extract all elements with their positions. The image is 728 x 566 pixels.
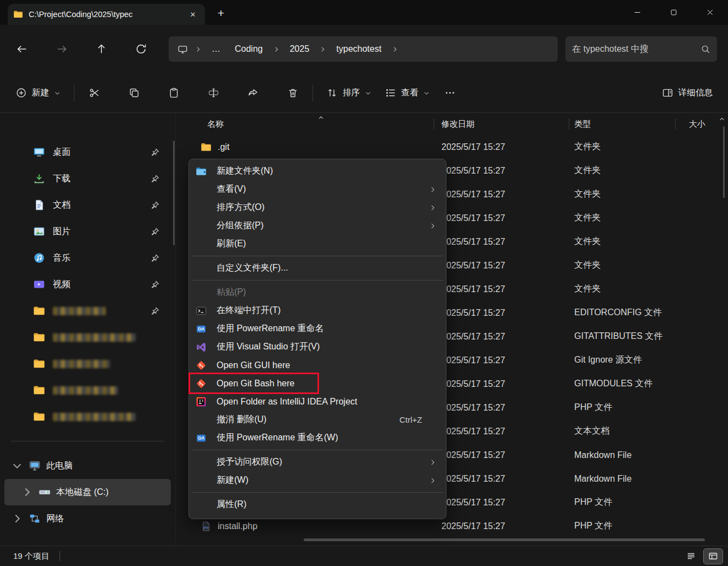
forward-button[interactable]: [48, 36, 75, 62]
file-type: Git Ignore 源文件: [569, 354, 676, 366]
back-button[interactable]: [9, 36, 35, 62]
breadcrumb-item[interactable]: typechotest: [330, 41, 388, 57]
scrollbar-up-icon[interactable]: [718, 115, 726, 123]
paste-button[interactable]: [160, 80, 187, 106]
sidebar-item[interactable]: 音乐: [4, 245, 171, 271]
list-view-icon: [686, 551, 696, 561]
icon-spacer: [196, 457, 207, 468]
menu-item[interactable]: 粘贴(P): [192, 283, 443, 301]
rename-button[interactable]: [200, 80, 227, 106]
close-button[interactable]: [692, 0, 728, 25]
menu-item[interactable]: 撤消 删除(U)Ctrl+Z: [192, 411, 443, 429]
icon-spacer: [196, 475, 207, 486]
menu-item[interactable]: 新建(W): [192, 471, 443, 489]
sidebar-item[interactable]: 图片: [4, 218, 171, 245]
copy-button[interactable]: [121, 80, 147, 106]
menu-item[interactable]: 排序方式(O): [192, 198, 443, 217]
vertical-scrollbar[interactable]: [723, 126, 725, 198]
statusbar-divider: [60, 551, 60, 561]
sidebar-item[interactable]: [4, 377, 171, 403]
menu-item[interactable]: Open Git Bash here: [192, 374, 443, 392]
menu-item[interactable]: 分组依据(P): [192, 217, 443, 235]
maximize-button[interactable]: [655, 0, 692, 25]
visual-studio-icon: [196, 342, 207, 353]
up-button[interactable]: [88, 36, 115, 62]
minimize-icon: [633, 8, 641, 17]
column-header[interactable]: 名称: [182, 113, 434, 135]
menu-item[interactable]: 新建文件夹(N): [192, 162, 443, 180]
folder-icon: [33, 331, 45, 343]
folder-icon: [33, 305, 45, 317]
icon-spacer: [196, 184, 207, 195]
icon-spacer: [196, 220, 207, 231]
menu-item-label: 自定义文件夹(F)...: [217, 262, 436, 274]
menu-item[interactable]: Open Git GUI here: [192, 356, 443, 374]
share-button[interactable]: [240, 80, 266, 106]
sort-button[interactable]: 排序: [320, 80, 378, 106]
column-header[interactable]: 类型: [569, 113, 676, 135]
file-type: 文件夹: [569, 236, 676, 247]
paste-icon: [168, 87, 180, 99]
breadcrumb-overflow[interactable]: …: [205, 41, 227, 57]
sidebar-item[interactable]: 桌面: [4, 139, 171, 165]
file-row[interactable]: .git2025/5/17 15:27文件夹: [182, 135, 728, 159]
sidebar-scrollbar[interactable]: [173, 141, 175, 245]
share-icon: [247, 87, 259, 99]
explorer-tab[interactable]: C:\Project\Coding\2025\typec ✕: [8, 4, 205, 25]
refresh-button[interactable]: [128, 36, 154, 62]
horizontal-scrollbar[interactable]: [304, 538, 705, 541]
sidebar-item[interactable]: [4, 351, 171, 377]
more-button[interactable]: [436, 80, 463, 106]
details-view-button[interactable]: [704, 549, 722, 564]
menu-item[interactable]: 属性(R): [192, 495, 443, 514]
sidebar-item[interactable]: 视频: [4, 271, 171, 298]
sidebar-item[interactable]: 文档: [4, 192, 171, 218]
search-input[interactable]: 在 typechotest 中搜: [565, 36, 717, 62]
sidebar-item[interactable]: [4, 324, 171, 351]
sidebar-item[interactable]: [4, 298, 171, 324]
new-button[interactable]: 新建: [9, 80, 67, 106]
menu-item[interactable]: 使用 PowerRename 重命名: [192, 320, 443, 338]
menu-item[interactable]: 使用 Visual Studio 打开(V): [192, 338, 443, 356]
tab-title: C:\Project\Coding\2025\typec: [29, 10, 181, 19]
file-date: 2025/5/17 15:27: [434, 332, 569, 342]
pin-icon: [150, 280, 160, 289]
file-date: 2025/5/17 15:27: [434, 427, 569, 436]
sort-icon: [326, 87, 338, 99]
breadcrumb[interactable]: …Coding2025typechotest: [169, 36, 558, 62]
chevron-right-icon: [21, 486, 33, 498]
view-button[interactable]: 查看: [378, 80, 436, 106]
toolbar-separator: [312, 85, 313, 101]
sidebar-item[interactable]: 下载: [4, 165, 171, 192]
menu-item[interactable]: 授予访问权限(G): [192, 453, 443, 471]
file-type: GITATTRIBUTES 文件: [569, 331, 676, 342]
delete-button[interactable]: [279, 80, 306, 106]
list-view-button[interactable]: [682, 549, 700, 564]
menu-item[interactable]: 刷新(E): [192, 235, 443, 253]
details-button[interactable]: 详细信息: [655, 80, 719, 106]
file-date: 2025/5/17 15:27: [434, 237, 569, 247]
cut-button[interactable]: [81, 80, 107, 106]
menu-item[interactable]: Open Folder as IntelliJ IDEA Project: [192, 392, 443, 411]
menu-item[interactable]: 查看(V): [192, 180, 443, 198]
breadcrumb-item[interactable]: Coding: [228, 41, 269, 57]
sidebar-item[interactable]: 本地磁盘 (C:): [4, 479, 171, 505]
column-header[interactable]: 修改日期: [434, 113, 569, 135]
menu-item-label: 使用 PowerRename 重命名(W): [217, 432, 436, 444]
sidebar-item[interactable]: 网络: [4, 505, 171, 532]
sidebar-item[interactable]: [4, 403, 171, 430]
git-icon: [196, 378, 207, 389]
new-tab-button[interactable]: +: [212, 4, 230, 23]
column-header[interactable]: 大小: [676, 113, 720, 135]
menu-shortcut: Ctrl+Z: [400, 415, 422, 424]
minimize-button[interactable]: [619, 0, 655, 25]
menu-item[interactable]: 在终端中打开(T): [192, 301, 443, 320]
menu-item[interactable]: 自定义文件夹(F)...: [192, 259, 443, 277]
tab-close-button[interactable]: ✕: [186, 8, 199, 21]
window-controls: [619, 0, 728, 25]
breadcrumb-item[interactable]: 2025: [283, 41, 316, 57]
folder-icon: [33, 384, 45, 396]
sidebar-item[interactable]: 此电脑: [4, 452, 171, 479]
menu-item-label: 分组依据(P): [217, 220, 429, 231]
menu-item[interactable]: 使用 PowerRename 重命名(W): [192, 429, 443, 447]
